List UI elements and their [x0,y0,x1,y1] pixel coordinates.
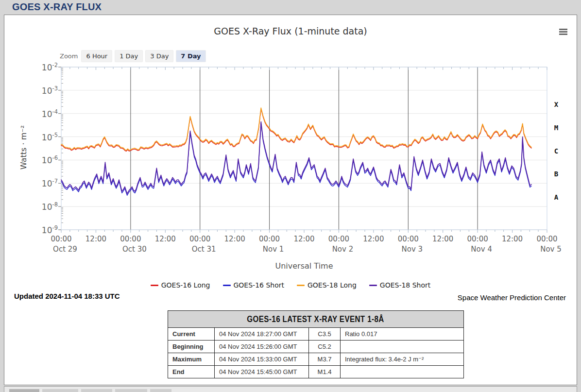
chart-panel: GOES X-Ray Flux (1-minute data) Zoom 6 H… [4,15,577,385]
series-goes-18-long [61,108,531,150]
flare-class-label-a: A [551,193,561,201]
event-row-class: C3.5 [309,328,341,341]
page-title: GOES X-RAY FLUX [0,0,581,13]
y-axis-title: Watts · m⁻² [19,92,28,204]
legend-item-goes-16-long[interactable]: GOES-16 Long [151,281,210,289]
flare-class-label-m: M [551,124,561,132]
x-axis-date-label: Nov 5 [531,245,570,254]
x-axis-time-label: 12:00 [357,235,391,243]
xray-event-table: GOES-16 LATEST X-RAY EVENT 1-8Å Current … [168,310,464,378]
event-row-time: 04 Nov 2024 15:33:00 GMT [215,353,309,366]
legend-marker [297,285,305,286]
x-axis-time-label: 12:00 [148,235,182,243]
x-axis-date-label: Nov 3 [393,245,431,254]
flare-class-label-b: B [551,170,561,178]
legend-label: GOES-16 Long [161,281,210,289]
flare-class-label-c: C [551,147,561,155]
x-axis-time-label: 12:00 [496,235,530,243]
event-row-extra [341,341,464,353]
event-row-class: M3.7 [309,353,341,366]
event-row-class: C5.2 [309,341,341,353]
legend-label: GOES-18 Short [380,281,431,289]
event-row-time: 04 Nov 2024 18:27:00 GMT [215,328,309,341]
event-row-extra: Integrated flux: 3.4e-2 J m⁻² [341,353,464,366]
x-axis-time-label: 12:00 [287,235,321,243]
flare-class-label-x: X [551,101,561,108]
x-axis-date-label: Oct 30 [115,245,154,254]
x-axis-time-label: 12:00 [218,235,252,243]
bottom-tab-stub[interactable] [9,389,39,392]
table-row: Beginning 04 Nov 2024 15:26:00 GMT C5.2 [168,341,464,353]
legend-label: GOES-18 Long [308,281,357,289]
event-row-label: Maximum [168,353,215,366]
x-axis-title: Universal Time [256,261,353,271]
chart-legend: GOES-16 LongGOES-16 ShortGOES-18 LongGOE… [4,281,577,289]
event-row-label: Current [168,328,215,341]
event-row-time: 04 Nov 2024 15:45:00 GMT [215,366,309,378]
legend-item-goes-18-long[interactable]: GOES-18 Long [297,281,357,289]
bottom-tab-stub[interactable] [150,389,171,392]
event-row-extra [341,366,464,378]
legend-marker [151,285,158,286]
event-table-title: GOES-16 LATEST X-RAY EVENT 1-8Å [168,311,464,328]
y-axis-tick-label: 10-9 [22,224,58,235]
event-row-label: Beginning [168,341,215,353]
x-axis-time-label: 00:00 [44,235,78,243]
legend-marker [369,285,377,286]
x-axis-date-label: Oct 31 [185,245,223,254]
table-row: Current 04 Nov 2024 18:27:00 GMT C3.5 Ra… [168,328,464,341]
x-axis-time-label: 00:00 [253,235,287,243]
credit-text: Space Weather Prediction Center [458,293,566,302]
bottom-tab-stub[interactable] [115,389,147,392]
event-row-label: End [168,366,215,378]
y-axis-tick-label: 10-2 [22,62,58,72]
series-goes-18-short [61,122,531,194]
bottom-tab-stub[interactable] [81,389,112,392]
bottom-tab-stub[interactable] [42,389,78,392]
legend-item-goes-16-short[interactable]: GOES-16 Short [223,281,285,289]
legend-marker [223,285,231,286]
x-axis-date-label: Oct 29 [46,245,85,254]
updated-timestamp: Updated 2024-11-04 18:33 UTC [14,292,120,300]
x-axis-time-label: 00:00 [461,235,495,243]
x-axis-time-label: 00:00 [391,235,425,243]
series-goes-16-long [61,109,531,151]
x-axis-date-label: Nov 1 [254,245,293,254]
x-axis-date-label: Nov 2 [323,245,362,254]
event-row-extra: Ratio 0.017 [341,328,464,341]
x-axis-time-label: 00:00 [530,235,564,243]
table-row: End 04 Nov 2024 15:45:00 GMT M1.4 [168,366,464,378]
legend-label: GOES-16 Short [234,281,285,289]
bottom-panel [4,386,577,392]
legend-item-goes-18-short[interactable]: GOES-18 Short [369,281,431,289]
series-goes-16-short [61,123,531,195]
x-axis-time-label: 00:00 [114,235,148,243]
page-header: GOES X-RAY FLUX [0,0,581,15]
x-axis-time-label: 12:00 [79,235,113,243]
x-axis-time-label: 00:00 [183,235,217,243]
x-axis-date-label: Nov 4 [462,245,501,254]
x-axis-time-label: 00:00 [322,235,356,243]
event-row-class: M1.4 [309,366,341,378]
event-row-time: 04 Nov 2024 15:26:00 GMT [215,341,309,353]
x-axis-time-label: 12:00 [426,235,460,243]
table-row: Maximum 04 Nov 2024 15:33:00 GMT M3.7 In… [168,353,464,366]
